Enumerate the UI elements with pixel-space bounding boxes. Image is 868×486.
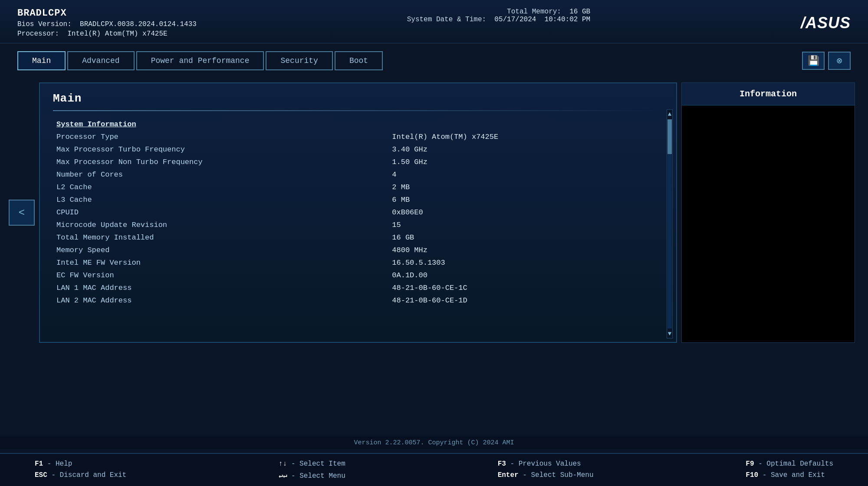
footer-col-3: F3 - Previous Values Enter - Select Sub-… bbox=[498, 460, 594, 480]
tab-security[interactable]: Security bbox=[266, 51, 332, 70]
table-row: Max Processor Non Turbo Frequency1.50 GH… bbox=[53, 156, 663, 168]
tab-main[interactable]: Main bbox=[17, 51, 66, 70]
asus-logo: /ASUS bbox=[801, 14, 851, 32]
system-info-table: System Information Processor TypeIntel(R… bbox=[53, 118, 663, 307]
header-right: Total Memory: 16 GB System Date & Time: … bbox=[407, 8, 590, 23]
footer-esc: ESC - Discard and Exit bbox=[35, 471, 126, 479]
panel-divider bbox=[53, 110, 663, 111]
footer-f3: F3 - Previous Values bbox=[498, 460, 594, 468]
info-panel-body bbox=[682, 105, 855, 342]
footer-col-1: F1 - Help ESC - Discard and Exit bbox=[35, 460, 126, 480]
table-row: LAN 2 MAC Address48-21-0B-60-CE-1D bbox=[53, 294, 663, 307]
bios-version: Bios Version: BRADLCPX.0038.2024.0124.14… bbox=[17, 20, 197, 28]
back-button[interactable]: < bbox=[9, 200, 35, 226]
table-row: Max Processor Turbo Frequency3.40 GHz bbox=[53, 143, 663, 156]
table-row: Total Memory Installed16 GB bbox=[53, 231, 663, 244]
table-row: LAN 1 MAC Address48-21-0B-60-CE-1C bbox=[53, 282, 663, 294]
footer-f1: F1 - Help bbox=[35, 460, 126, 468]
panel-title: Main bbox=[53, 92, 663, 105]
info-panel: Information bbox=[681, 82, 855, 343]
table-row: CPUID0xB06E0 bbox=[53, 206, 663, 219]
scrollbar[interactable]: ▲ ▼ bbox=[667, 109, 673, 338]
footer-arrows2: ↵↵ - Select Menu bbox=[279, 471, 345, 480]
total-memory: Total Memory: 16 GB bbox=[407, 8, 590, 16]
footer-f10: F10 - Save and Exit bbox=[746, 471, 833, 479]
info-panel-title: Information bbox=[682, 83, 855, 105]
table-row: Memory Speed4800 MHz bbox=[53, 244, 663, 256]
footer-col-4: F9 - Optimal Defaults F10 - Save and Exi… bbox=[746, 460, 833, 480]
scroll-down-button[interactable]: ▼ bbox=[667, 329, 673, 338]
footer-arrows: ↑↓ - Select Item bbox=[279, 460, 345, 468]
table-row: EC FW Version0A.1D.00 bbox=[53, 269, 663, 282]
footer-enter: Enter - Select Sub-Menu bbox=[498, 471, 594, 479]
close-button[interactable]: ⊗ bbox=[828, 52, 851, 70]
tab-advanced[interactable]: Advanced bbox=[67, 51, 134, 70]
tab-boot[interactable]: Boot bbox=[335, 51, 383, 70]
table-row: Intel ME FW Version16.50.5.1303 bbox=[53, 256, 663, 269]
table-row: L3 Cache6 MB bbox=[53, 194, 663, 206]
table-row: Microcode Update Revision15 bbox=[53, 219, 663, 231]
footer-f9: F9 - Optimal Defaults bbox=[746, 460, 833, 468]
scroll-thumb[interactable] bbox=[667, 119, 672, 154]
table-row: Number of Cores4 bbox=[53, 168, 663, 181]
save-button[interactable]: 💾 bbox=[802, 52, 825, 70]
system-datetime: System Date & Time: 05/17/2024 10:40:02 … bbox=[407, 16, 590, 23]
scroll-track bbox=[667, 119, 672, 328]
hostname: BRADLCPX bbox=[17, 8, 197, 19]
footer-col-2: ↑↓ - Select Item ↵↵ - Select Menu bbox=[279, 460, 345, 480]
scroll-up-button[interactable]: ▲ bbox=[667, 110, 673, 118]
tab-power[interactable]: Power and Performance bbox=[136, 51, 264, 70]
footer: F1 - Help ESC - Discard and Exit ↑↓ - Se… bbox=[0, 453, 868, 486]
processor-info: Processor: Intel(R) Atom(TM) x7425E bbox=[17, 30, 197, 38]
section-header: System Information bbox=[53, 118, 663, 131]
version-bar: Version 2.22.0057. Copyright (C) 2024 AM… bbox=[0, 437, 868, 449]
table-row: Processor TypeIntel(R) Atom(TM) x7425E bbox=[53, 131, 663, 143]
table-row: L2 Cache2 MB bbox=[53, 181, 663, 194]
